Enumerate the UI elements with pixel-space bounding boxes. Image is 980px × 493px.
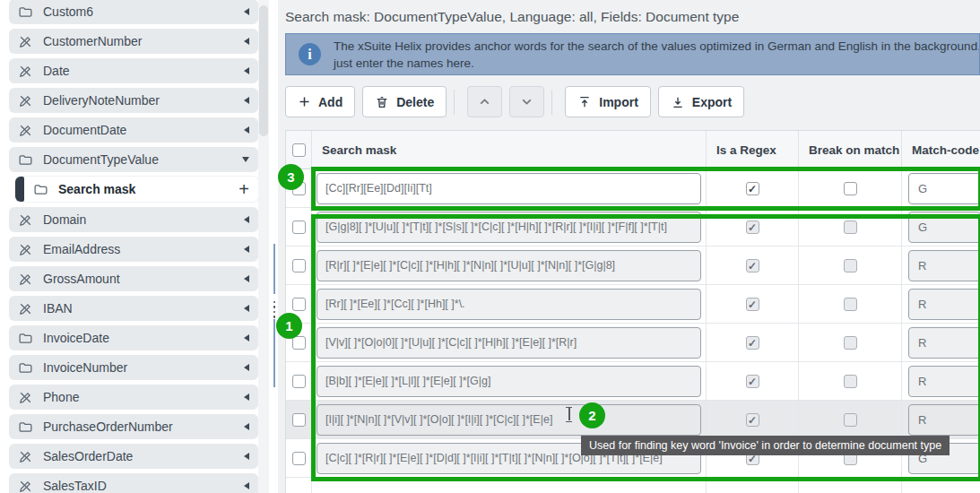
sidebar-item-domain[interactable]: Domain [9,207,258,232]
row-select-checkbox[interactable] [292,298,306,311]
is-a-regex-cell: ✓ [707,208,799,246]
sidebar-item-label: GrossAmount [43,272,120,286]
move-up-button[interactable] [467,86,502,117]
is-a-regex-checkbox[interactable]: ✓ [746,413,759,427]
folder-icon [18,4,33,20]
select-all-checkbox[interactable] [292,143,306,157]
row-select-cell [286,208,312,246]
is-a-regex-checkbox[interactable]: ✓ [746,336,759,350]
tooltip: Used for finding key word 'Invoice' in o… [581,436,950,455]
info-banner-line1: The xSuite Helix provides anchor words f… [334,38,980,55]
edit-off-icon [18,34,33,49]
match-code-input[interactable]: R [908,404,980,436]
edit-off-icon [18,64,33,79]
sidebar-item-invoicedate[interactable]: InvoiceDate [9,325,258,350]
sidebar-scrollbar-track[interactable] [258,0,269,493]
match-code-input[interactable]: R [908,366,980,397]
header-checkbox-cell [286,131,312,169]
caret-left-icon [244,216,249,223]
match-code-input[interactable]: R [908,250,980,281]
edit-off-icon [18,272,33,287]
caret-left-icon [244,364,249,371]
sidebar-item-label: Custom6 [43,4,93,19]
sidebar-item-emailaddress[interactable]: EmailAddress [9,237,258,262]
sidebar-item-customernumber[interactable]: CustomerNumber [9,29,258,54]
caret-left-icon [244,334,249,342]
search-mask-input[interactable]: [Rr][ ]*[Ee][ ]*[Cc][ ]*[Hh][ ]*\. [317,289,701,320]
break-on-match-checkbox[interactable] [844,375,857,388]
edit-off-icon [18,449,33,464]
sidebar-item-label: DocumentDate [43,123,126,137]
sidebar-item-label: DocumentTypeValue [43,152,159,167]
table-header-row: Search mask Is a Regex Break on match Ma… [286,131,980,169]
row-select-checkbox[interactable] [292,259,306,272]
sidebar-item-grossamount[interactable]: GrossAmount [9,266,258,291]
plus-icon [298,95,311,108]
export-button-label: Export [692,95,732,109]
sidebar-item-label: Domain [43,212,86,227]
import-button[interactable]: Import [565,86,651,117]
add-button[interactable]: Add [285,86,355,117]
add-search-mask-button[interactable]: + [238,180,249,198]
search-mask-cell: [I|i][ ]*[N|n][ ]*[V|v][ ]*[O|o][ ]*[I|i… [312,401,707,439]
sidebar-item-documentdate[interactable]: DocumentDate [9,117,258,143]
sidebar-item-date[interactable]: Date [9,58,258,83]
search-mask-input[interactable]: [Cc][Rr][Ee][Dd][Ii][Tt] [317,173,701,204]
delete-button-label: Delete [396,95,434,109]
sidebar-item-label: Phone [43,390,79,404]
sidebar-item-search-mask[interactable]: Search mask+ [15,177,258,202]
page-title: Search mask: DocumentTypeValue, Language… [285,9,739,25]
sidebar-item-iban[interactable]: IBAN [9,296,258,321]
sidebar-scrollbar-thumb[interactable] [259,5,268,136]
search-mask-input[interactable]: [I|i][ ]*[N|n][ ]*[V|v][ ]*[O|o][ ]*[I|i… [317,404,701,436]
break-on-match-cell [799,401,902,439]
match-code-input[interactable]: R [908,289,980,320]
is-a-regex-checkbox[interactable]: ✓ [746,221,759,234]
break-on-match-checkbox[interactable] [844,221,857,234]
row-select-checkbox[interactable] [292,375,306,388]
table-row: [R|r][ ]*[E|e][ ]*[C|c][ ]*[H|h][ ]*[N|n… [286,246,980,285]
search-mask-input[interactable]: [V|v][ ]*[O|o|0][ ]*[U|u][ ]*[C|c][ ]*[H… [317,327,701,359]
search-mask-input[interactable]: [G|g|8][ ]*[U|u][ ]*[T|t][ ]*[S|s][ ]*[C… [317,212,701,243]
break-on-match-checkbox[interactable] [844,259,857,272]
edit-off-icon [18,212,33,228]
sidebar-item-phone[interactable]: Phone [9,385,258,410]
match-code-cell: G [902,208,980,246]
row-select-checkbox[interactable] [292,221,306,234]
search-mask-input[interactable]: [R|r][ ]*[E|e][ ]*[C|c][ ]*[H|h][ ]*[N|n… [317,250,701,281]
sidebar-item-label: Date [43,64,70,78]
panel-resize-handle[interactable] [271,298,278,321]
break-on-match-checkbox[interactable] [844,413,857,427]
sidebar-item-salestaxid[interactable]: SalesTaxID [9,473,258,493]
sidebar-item-custom6[interactable]: Custom6 [9,0,258,24]
match-code-input[interactable]: R [908,327,980,359]
is-a-regex-checkbox[interactable]: ✓ [746,298,759,311]
match-code-input[interactable]: G [908,212,980,243]
delete-button[interactable]: Delete [362,86,447,117]
sidebar-item-salesorderdate[interactable]: SalesOrderDate [9,444,258,469]
is-a-regex-checkbox[interactable]: ✓ [746,375,759,388]
break-on-match-checkbox[interactable] [844,182,857,195]
is-a-regex-checkbox[interactable]: ✓ [746,182,759,195]
sidebar-item-label: DeliveryNoteNumber [43,93,160,108]
row-select-checkbox[interactable] [292,452,306,465]
export-button[interactable]: Export [658,86,744,117]
match-code-input[interactable]: G [908,173,980,204]
selected-marker [15,177,24,202]
sidebar-item-invoicenumber[interactable]: InvoiceNumber [9,355,258,380]
trash-icon [375,95,389,109]
sidebar-item-deliverynotenumber[interactable]: DeliveryNoteNumber [9,88,258,113]
caret-left-icon [244,246,249,253]
is-a-regex-checkbox[interactable]: ✓ [746,259,759,272]
move-down-button[interactable] [509,86,544,117]
folder-icon [18,419,33,435]
sidebar-item-documenttypevalue[interactable]: DocumentTypeValue [9,147,258,172]
break-on-match-cell [799,285,902,324]
break-on-match-checkbox[interactable] [844,298,857,311]
break-on-match-checkbox[interactable] [844,336,857,350]
sidebar-item-purchaseordernumber[interactable]: PurchaseOrderNumber [9,414,258,439]
search-mask-input[interactable]: [B|b][ ]*[E|e][ ]*[L|l][ ]*[E|e][ ]*[G|g… [317,366,701,397]
match-code-cell: R [902,362,980,401]
row-select-checkbox[interactable] [292,336,306,350]
row-select-checkbox[interactable] [292,413,306,427]
